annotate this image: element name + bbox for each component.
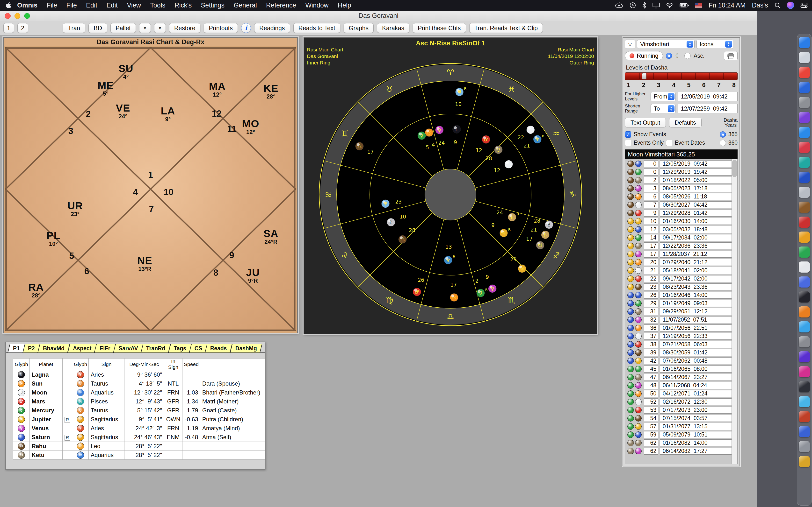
dasha-row[interactable]: 912/29/2028 01:42 xyxy=(625,209,737,217)
level-2[interactable]: 2 xyxy=(642,81,645,89)
close-button[interactable] xyxy=(5,13,11,19)
dasha-row[interactable]: 3211/07/2052 07:51 xyxy=(625,316,737,324)
dasha-row[interactable]: 5307/17/2073 23:00 xyxy=(625,406,737,414)
menu-general[interactable]: General xyxy=(229,2,261,9)
tab-tags[interactable]: Tags xyxy=(168,344,192,352)
menu-help[interactable]: Help xyxy=(333,2,356,9)
dasha-row[interactable]: 2308/23/2043 23:36 xyxy=(625,283,737,291)
dock-app-icon[interactable] xyxy=(799,67,810,78)
slider-handle[interactable] xyxy=(642,73,647,79)
dasha-row[interactable]: 4706/14/2067 23:27 xyxy=(625,373,737,381)
level-4[interactable]: 4 xyxy=(672,81,675,89)
dasha-row[interactable]: 5004/12/2071 01:24 xyxy=(625,389,737,398)
bluetooth-icon[interactable] xyxy=(642,2,646,9)
dasha-row[interactable]: 5202/16/2072 12:30 xyxy=(625,398,737,406)
tab-reads[interactable]: Reads xyxy=(205,344,233,352)
apple-menu-icon[interactable] xyxy=(6,2,11,8)
page-2-button[interactable]: 2 xyxy=(17,23,28,33)
dock-app-icon[interactable] xyxy=(799,82,810,93)
level-5[interactable]: 5 xyxy=(687,81,691,89)
scrollbar-thumb[interactable] xyxy=(732,160,737,177)
menu-omnis[interactable]: Omnis xyxy=(12,2,42,9)
dock-app-icon[interactable] xyxy=(799,112,810,123)
dasha-row[interactable]: 2007/29/2040 21:12 xyxy=(625,258,737,266)
dasha-level-slider[interactable] xyxy=(625,72,738,80)
dasha-row[interactable]: 3807/21/2058 06:03 xyxy=(625,340,737,348)
moon-radio[interactable] xyxy=(666,53,672,59)
restore-button[interactable]: Restore xyxy=(169,23,201,33)
dock-app-icon[interactable] xyxy=(799,172,810,183)
show-events-checkbox[interactable] xyxy=(625,131,631,137)
dock-app-icon[interactable] xyxy=(799,202,810,213)
dasha-row[interactable]: 1712/22/2036 23:36 xyxy=(625,242,737,250)
spotlight-search-icon[interactable] xyxy=(774,2,780,8)
dasha-row[interactable]: 3908/30/2059 01:42 xyxy=(625,348,737,356)
dasha-type-select[interactable]: Vimshottari xyxy=(637,40,695,49)
dock-app-icon[interactable] xyxy=(799,246,810,258)
asc-radio[interactable] xyxy=(684,53,691,59)
karakas-button[interactable]: Karakas xyxy=(377,23,409,33)
menu-edit[interactable]: Edit xyxy=(102,2,122,9)
control-center-icon[interactable] xyxy=(800,3,808,8)
dock-app-icon[interactable] xyxy=(799,217,810,228)
info-button[interactable] xyxy=(241,23,251,33)
us-flag-icon[interactable] xyxy=(695,3,702,8)
dasha-options-button[interactable] xyxy=(625,40,635,49)
dock-app-icon[interactable] xyxy=(799,97,810,108)
events-only-checkbox[interactable] xyxy=(625,140,631,146)
dasha-row[interactable]: 2601/16/2046 14:00 xyxy=(625,291,737,299)
display-icon[interactable] xyxy=(653,2,660,8)
defaults-button[interactable]: Defaults xyxy=(669,118,702,127)
to-select[interactable]: To xyxy=(651,104,676,113)
dock-app-icon[interactable] xyxy=(799,306,810,318)
365-radio[interactable] xyxy=(720,131,726,137)
printouts-button[interactable]: Printouts xyxy=(204,23,238,33)
dasha-row[interactable]: 3601/07/2056 22:51 xyxy=(625,324,737,332)
dock-app-icon[interactable] xyxy=(799,127,810,138)
dasha-row[interactable]: 1711/28/2037 21:12 xyxy=(625,250,737,258)
dock-app-icon[interactable] xyxy=(799,456,810,467)
dasha-row[interactable]: 2901/19/2049 09:03 xyxy=(625,299,737,307)
time-machine-icon[interactable] xyxy=(629,2,636,9)
dasha-scrollbar[interactable] xyxy=(731,159,737,464)
menu-settings[interactable]: Settings xyxy=(196,2,229,9)
dock-app-icon[interactable] xyxy=(799,262,810,273)
dasha-row[interactable]: 608/05/2026 11:18 xyxy=(625,192,737,201)
dock-app-icon[interactable] xyxy=(799,276,810,288)
dasha-row[interactable]: 4501/16/2065 08:00 xyxy=(625,365,737,373)
pallet-dropdown-2[interactable] xyxy=(154,23,166,33)
text-output-button[interactable]: Text Output xyxy=(625,118,666,127)
pallet-dropdown-1[interactable] xyxy=(139,23,151,33)
dock-app-icon[interactable] xyxy=(799,426,810,437)
level-6[interactable]: 6 xyxy=(702,81,705,89)
graphs-button[interactable]: Graphs xyxy=(344,23,373,33)
dock-app-icon[interactable] xyxy=(799,321,810,332)
dasha-row[interactable]: 4207/06/2062 00:48 xyxy=(625,356,737,365)
dock-app-icon[interactable] xyxy=(799,366,810,377)
menu-file[interactable]: File xyxy=(62,2,82,9)
siri-icon[interactable] xyxy=(787,2,794,9)
level-1[interactable]: 1 xyxy=(627,81,630,89)
print-button[interactable] xyxy=(724,51,738,60)
menu-tools[interactable]: Tools xyxy=(146,2,170,9)
dock-app-icon[interactable] xyxy=(799,396,810,407)
wifi-icon[interactable] xyxy=(666,3,673,8)
print-these-chts-button[interactable]: Print these Chts xyxy=(413,23,466,33)
dock-app-icon[interactable] xyxy=(799,157,810,168)
tab-dashmg[interactable]: DashMg xyxy=(230,344,262,352)
battery-icon[interactable] xyxy=(679,3,689,7)
dasha-row[interactable]: 207/18/2022 05:00 xyxy=(625,176,737,184)
tab-p1[interactable]: P1 xyxy=(8,344,26,352)
dock-app-icon[interactable] xyxy=(799,142,810,153)
tab-sarvav[interactable]: SarvAV xyxy=(113,344,144,352)
dasha-row[interactable]: 5905/09/2079 10:51 xyxy=(625,431,737,439)
dasha-row[interactable]: 706/30/2027 04:42 xyxy=(625,201,737,209)
dasha-row[interactable]: 2209/17/2042 02:00 xyxy=(625,275,737,283)
level-8[interactable]: 8 xyxy=(732,81,735,89)
zoom-button[interactable] xyxy=(24,13,30,19)
dasha-row[interactable]: 5701/31/2077 13:15 xyxy=(625,422,737,431)
dock-app-icon[interactable] xyxy=(799,336,810,347)
dock-app-icon[interactable] xyxy=(799,187,810,198)
dasha-row[interactable]: 2105/18/2041 02:00 xyxy=(625,266,737,275)
dasha-row[interactable]: 1203/05/2032 18:48 xyxy=(625,225,737,233)
